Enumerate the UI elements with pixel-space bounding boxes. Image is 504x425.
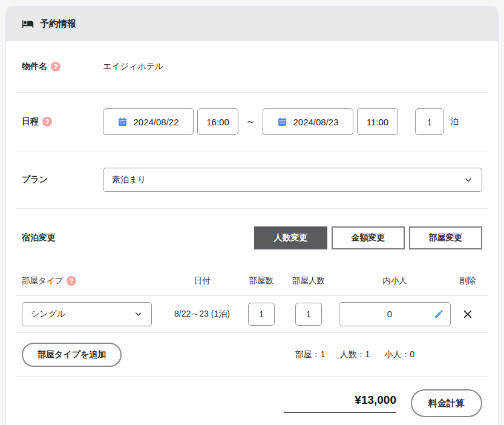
header-room-count: 部屋数 <box>242 275 281 286</box>
plan-select[interactable]: 素泊まり <box>103 168 482 192</box>
checkout-date-value: 2024/08/23 <box>293 117 338 127</box>
header-room-type: 部屋タイプ <box>22 275 63 286</box>
checkin-date-input[interactable]: 2024/08/22 <box>103 108 194 135</box>
plan-row: プラン 素泊まり <box>16 151 488 209</box>
edit-pencil-icon[interactable] <box>434 309 444 319</box>
room-type-help-icon[interactable]: ? <box>67 276 76 286</box>
stay-change-label: 宿泊変更 <box>22 232 56 243</box>
row-date-range: 8/22～23 (1泊) <box>162 309 242 320</box>
add-room-type-button[interactable]: 部屋タイプを追加 <box>22 343 122 367</box>
bed-icon <box>22 18 34 30</box>
table-row: シングル 8/22～23 (1泊) 0 <box>16 295 488 333</box>
children-input[interactable]: 0 <box>339 302 451 326</box>
property-help-icon[interactable]: ? <box>51 62 61 71</box>
card-title: 予約情報 <box>40 18 76 30</box>
nights-input[interactable] <box>415 108 444 135</box>
calculate-fee-button[interactable]: 料金計算 <box>411 389 482 417</box>
summary-rooms: 部屋：1 <box>295 349 326 360</box>
tab-room-change[interactable]: 部屋変更 <box>409 226 482 249</box>
tab-guest-count-change[interactable]: 人数変更 <box>254 226 327 249</box>
schedule-help-icon[interactable]: ? <box>42 117 52 127</box>
total-row: ¥13,000 料金計算 <box>16 377 488 425</box>
card-header: 予約情報 <box>6 6 498 41</box>
delete-row-icon[interactable] <box>460 306 476 322</box>
schedule-label: 日程 <box>22 116 39 127</box>
tab-amount-change[interactable]: 金額変更 <box>332 226 405 249</box>
calendar-icon <box>117 117 128 127</box>
room-guests-value[interactable] <box>296 303 321 325</box>
stay-change-row: 宿泊変更 人数変更 金額変更 部屋変更 <box>16 209 488 266</box>
checkout-time-input[interactable]: 11:00 <box>357 108 398 135</box>
chevron-down-icon <box>463 175 473 185</box>
header-children: 内小人 <box>336 275 453 286</box>
delete-cell <box>453 306 482 322</box>
property-label-group: 物件名 ? <box>22 61 103 72</box>
summary-guests: 人数：1 <box>339 349 370 360</box>
room-type-cell: シングル <box>22 302 162 326</box>
property-row: 物件名 ? エイジィホテル <box>16 41 488 93</box>
room-type-select-value: シングル <box>31 309 65 320</box>
header-date: 日付 <box>162 275 242 286</box>
children-value: 0 <box>345 309 434 319</box>
header-room-type-group: 部屋タイプ ? <box>22 275 162 286</box>
property-label: 物件名 <box>22 61 47 72</box>
header-delete: 削除 <box>453 275 482 286</box>
room-guests-cell <box>281 303 336 326</box>
schedule-label-group: 日程 ? <box>22 116 103 127</box>
chevron-down-icon <box>134 309 143 318</box>
property-value: エイジィホテル <box>103 61 163 72</box>
total-amount: ¥13,000 <box>284 394 396 413</box>
nights-unit-label: 泊 <box>450 116 459 127</box>
plan-label-group: プラン <box>22 174 103 185</box>
plan-select-value: 素泊まり <box>112 174 146 185</box>
room-type-select[interactable]: シングル <box>22 302 152 326</box>
rooms-table-header: 部屋タイプ ? 日付 部屋数 部屋人数 内小人 削除 <box>16 266 488 295</box>
checkin-date-value: 2024/08/22 <box>133 117 178 127</box>
room-count-input[interactable] <box>248 303 275 326</box>
calendar-icon <box>277 117 287 127</box>
room-count-cell <box>242 303 281 326</box>
room-count-value[interactable] <box>249 303 274 325</box>
nights-value[interactable] <box>416 109 443 134</box>
checkout-date-input[interactable]: 2024/08/23 <box>263 108 353 135</box>
checkin-time-input[interactable]: 16:00 <box>197 108 238 135</box>
children-cell: 0 <box>336 302 453 326</box>
totals-summary: 部屋：1 人数：1 小人：0 <box>295 349 414 360</box>
checkin-time-value: 16:00 <box>206 117 229 127</box>
header-room-guests: 部屋人数 <box>281 275 336 286</box>
plan-label: プラン <box>22 174 48 185</box>
schedule-row: 日程 ? 2024/08/22 16:00 ～ <box>16 93 488 151</box>
checkout-time-value: 11:00 <box>367 117 388 127</box>
reservation-card: 予約情報 物件名 ? エイジィホテル 日程 ? <box>6 6 498 425</box>
table-footer-row: 部屋タイプを追加 部屋：1 人数：1 小人：0 <box>16 333 488 377</box>
stay-change-tabs: 人数変更 金額変更 部屋変更 <box>254 226 482 249</box>
stay-change-label-group: 宿泊変更 <box>22 232 103 243</box>
room-guests-input[interactable] <box>295 303 322 326</box>
date-range-separator: ～ <box>246 116 255 128</box>
summary-children: 小人：0 <box>384 349 414 360</box>
